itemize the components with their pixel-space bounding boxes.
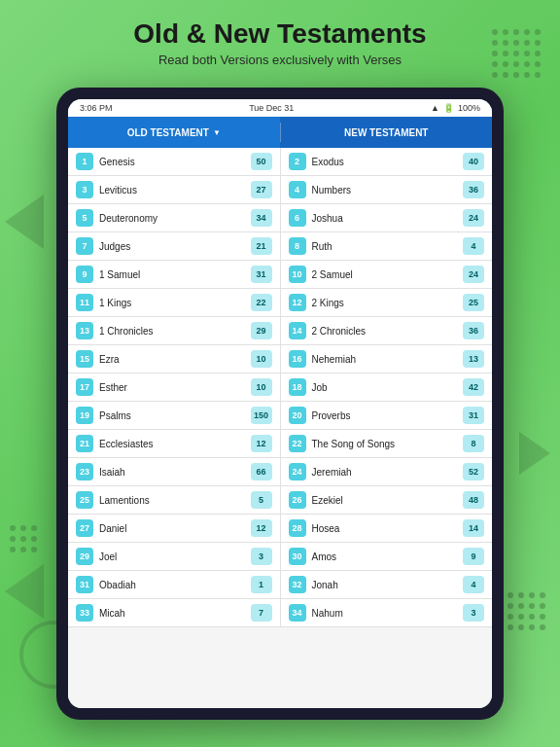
battery-icon: 🔋 [443, 103, 454, 113]
book-chapters-left: 150 [251, 407, 272, 424]
book-cell-right[interactable]: 24 Jeremiah 52 [281, 458, 493, 485]
book-cell-left[interactable]: 15 Ezra 10 [68, 345, 281, 373]
book-row[interactable]: 1 Genesis 50 2 Exodus 40 [68, 148, 492, 176]
book-num-left: 11 [76, 294, 93, 311]
book-row[interactable]: 19 Psalms 150 20 Proverbs 31 [68, 402, 492, 430]
book-row[interactable]: 27 Daniel 12 28 Hosea 14 [68, 515, 492, 543]
book-num-left: 3 [76, 181, 93, 198]
book-cell-right[interactable]: 28 Hosea 14 [281, 515, 493, 542]
book-name-left: 1 Samuel [99, 269, 245, 280]
book-row[interactable]: 15 Ezra 10 16 Nehemiah 13 [68, 345, 492, 374]
book-name-right: 2 Kings [312, 298, 458, 308]
book-chapters-left: 22 [251, 294, 272, 311]
book-cell-right[interactable]: 26 Ezekiel 48 [281, 486, 493, 514]
book-chapters-left: 5 [251, 491, 272, 509]
book-cell-right[interactable]: 18 Job 42 [281, 374, 493, 401]
book-name-left: Lamentions [99, 495, 245, 506]
book-num-right: 18 [289, 378, 306, 396]
book-cell-left[interactable]: 1 Genesis 50 [68, 148, 281, 175]
book-cell-left[interactable]: 25 Lamentions 5 [68, 486, 281, 514]
book-chapters-right: 52 [463, 463, 484, 480]
book-chapters-left: 3 [251, 548, 272, 565]
book-num-left: 9 [76, 266, 93, 283]
book-cell-left[interactable]: 31 Obadiah 1 [68, 571, 281, 598]
book-chapters-left: 29 [251, 322, 272, 339]
book-cell-right[interactable]: 22 The Song of Songs 8 [281, 430, 493, 457]
book-num-right: 16 [289, 350, 306, 368]
book-cell-right[interactable]: 16 Nehemiah 13 [281, 345, 493, 373]
book-cell-left[interactable]: 5 Deuteronomy 34 [68, 204, 281, 231]
book-chapters-left: 21 [251, 237, 272, 255]
decorative-triangle-left [5, 195, 44, 249]
book-num-right: 20 [289, 407, 306, 424]
book-cell-right[interactable]: 2 Exodus 40 [281, 148, 493, 175]
book-name-left: Psalms [99, 410, 245, 421]
book-row[interactable]: 29 Joel 3 30 Amos 9 [68, 543, 492, 571]
book-cell-right[interactable]: 20 Proverbs 31 [281, 402, 493, 429]
book-num-left: 25 [76, 491, 93, 509]
book-row[interactable]: 11 1 Kings 22 12 2 Kings 25 [68, 289, 492, 317]
tablet-frame: 3:06 PM Tue Dec 31 ▲ 🔋 100% OLD TESTAMEN… [56, 88, 504, 720]
tab-old-testament[interactable]: OLD TESTAMENT ▼ [68, 117, 280, 148]
book-cell-right[interactable]: 14 2 Chronicles 36 [281, 317, 493, 344]
book-chapters-left: 34 [251, 209, 272, 227]
book-row[interactable]: 17 Esther 10 18 Job 42 [68, 374, 492, 402]
page-header: Old & New Testaments Read both Versions … [86, 18, 474, 67]
book-chapters-right: 4 [463, 237, 484, 255]
book-row[interactable]: 21 Ecclesiastes 12 22 The Song of Songs … [68, 430, 492, 458]
book-num-right: 4 [289, 181, 306, 198]
decorative-dots-br [508, 592, 545, 630]
book-row[interactable]: 23 Isaiah 66 24 Jeremiah 52 [68, 458, 492, 486]
book-chapters-right: 9 [463, 548, 484, 565]
book-num-left: 15 [76, 350, 93, 368]
book-num-right: 32 [289, 576, 306, 593]
book-chapters-right: 24 [463, 209, 484, 227]
book-cell-right[interactable]: 8 Ruth 4 [281, 232, 493, 260]
book-row[interactable]: 33 Micah 7 34 Nahum 3 [68, 599, 492, 627]
book-chapters-left: 1 [251, 576, 272, 593]
book-cell-left[interactable]: 21 Ecclesiastes 12 [68, 430, 281, 457]
book-chapters-right: 36 [463, 181, 484, 198]
book-cell-right[interactable]: 4 Numbers 36 [281, 176, 493, 203]
status-bar-right: ▲ 🔋 100% [431, 103, 480, 113]
book-chapters-right: 24 [463, 266, 484, 283]
book-num-left: 17 [76, 378, 93, 396]
status-bar: 3:06 PM Tue Dec 31 ▲ 🔋 100% [68, 99, 492, 117]
book-chapters-right: 3 [463, 604, 484, 622]
book-cell-right[interactable]: 12 2 Kings 25 [281, 289, 493, 316]
book-name-left: Deuteronomy [99, 213, 245, 224]
book-row[interactable]: 5 Deuteronomy 34 6 Joshua 24 [68, 204, 492, 232]
book-row[interactable]: 13 1 Chronicles 29 14 2 Chronicles 36 [68, 317, 492, 345]
book-cell-left[interactable]: 27 Daniel 12 [68, 515, 281, 542]
book-row[interactable]: 31 Obadiah 1 32 Jonah 4 [68, 571, 492, 599]
book-chapters-right: 8 [463, 435, 484, 452]
book-row[interactable]: 25 Lamentions 5 26 Ezekiel 48 [68, 486, 492, 515]
book-cell-right[interactable]: 6 Joshua 24 [281, 204, 493, 231]
book-cell-left[interactable]: 17 Esther 10 [68, 374, 281, 401]
tab-new-testament[interactable]: NEW TESTAMENT [281, 117, 493, 148]
book-cell-left[interactable]: 19 Psalms 150 [68, 402, 281, 429]
book-cell-left[interactable]: 7 Judges 21 [68, 232, 281, 260]
book-cell-left[interactable]: 33 Micah 7 [68, 599, 281, 626]
book-row[interactable]: 3 Leviticus 27 4 Numbers 36 [68, 176, 492, 204]
book-cell-right[interactable]: 30 Amos 9 [281, 543, 493, 570]
book-row[interactable]: 7 Judges 21 8 Ruth 4 [68, 232, 492, 261]
tab-new-testament-label: NEW TESTAMENT [344, 127, 428, 138]
book-chapters-left: 12 [251, 519, 272, 537]
book-cell-right[interactable]: 34 Nahum 3 [281, 599, 493, 626]
book-name-left: Isaiah [99, 467, 245, 478]
decorative-dots-tr [492, 29, 541, 78]
book-cell-left[interactable]: 9 1 Samuel 31 [68, 261, 281, 288]
book-cell-left[interactable]: 13 1 Chronicles 29 [68, 317, 281, 344]
book-cell-left[interactable]: 23 Isaiah 66 [68, 458, 281, 485]
book-cell-right[interactable]: 10 2 Samuel 24 [281, 261, 493, 288]
book-num-left: 1 [76, 153, 93, 170]
book-row[interactable]: 9 1 Samuel 31 10 2 Samuel 24 [68, 261, 492, 289]
book-num-right: 2 [289, 153, 306, 170]
book-cell-left[interactable]: 29 Joel 3 [68, 543, 281, 570]
book-cell-left[interactable]: 11 1 Kings 22 [68, 289, 281, 316]
book-cell-right[interactable]: 32 Jonah 4 [281, 571, 493, 598]
book-chapters-left: 50 [251, 153, 272, 170]
book-name-right: Nahum [312, 608, 458, 619]
book-cell-left[interactable]: 3 Leviticus 27 [68, 176, 281, 203]
